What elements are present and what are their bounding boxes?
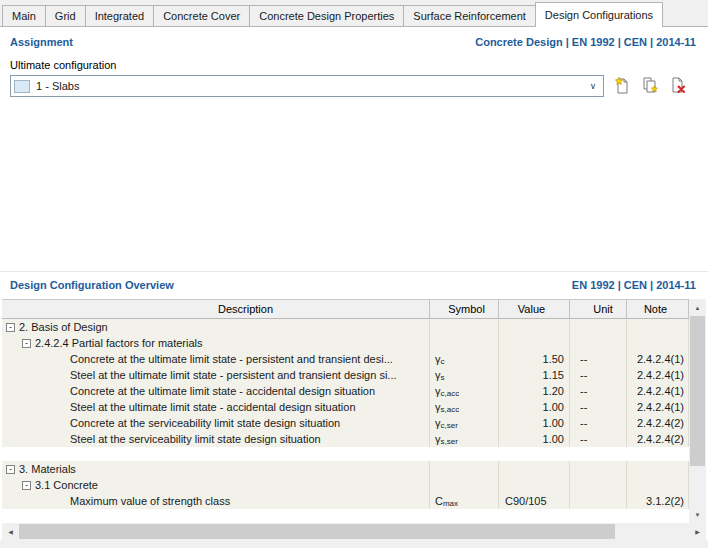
row-unit (570, 335, 627, 351)
row-description: Concrete at the ultimate limit state - a… (2, 383, 430, 399)
overview-standard: EN 1992 | CEN | 2014-11 (572, 279, 696, 291)
row-note: 2.4.2.4(1) (627, 399, 689, 415)
vertical-scrollbar[interactable]: ▲ ▼ (689, 299, 706, 523)
row-value (499, 335, 570, 351)
table-row[interactable]: Steel at the ultimate limit state - pers… (2, 367, 689, 383)
row-unit: -- (570, 415, 627, 431)
new-configuration-button[interactable] (611, 75, 633, 97)
row-note (627, 335, 689, 351)
row-symbol: γs (430, 367, 499, 383)
row-unit: -- (570, 367, 627, 383)
collapse-icon[interactable]: - (6, 465, 15, 474)
overview-title: Design Configuration Overview (10, 279, 174, 291)
tab-concrete-design-properties[interactable]: Concrete Design Properties (249, 5, 404, 26)
collapse-icon[interactable]: - (22, 481, 31, 490)
content-panel: Assignment Concrete Design | EN 1992 | C… (0, 27, 708, 540)
column-header-value: Value (499, 300, 570, 318)
row-description: Maximum value of strength class (2, 493, 430, 509)
horizontal-scroll-thumb[interactable] (19, 524, 615, 539)
row-note (627, 461, 689, 477)
table-row[interactable]: -2.4.2.4 Partial factors for materials (2, 335, 689, 351)
table-spacer-row (2, 447, 689, 461)
table-row[interactable]: Steel at the ultimate limit state - acci… (2, 399, 689, 415)
copy-configuration-button[interactable] (639, 75, 661, 97)
table-row[interactable]: Concrete at the serviceability limit sta… (2, 415, 689, 431)
row-symbol (430, 335, 499, 351)
row-value: 1.00 (499, 399, 570, 415)
row-description: Steel at the serviceability limit state … (2, 431, 430, 447)
table-row[interactable]: -3. Materials (2, 461, 689, 477)
horizontal-scrollbar[interactable]: ◀ ▶ (2, 523, 706, 540)
tab-grid[interactable]: Grid (45, 5, 86, 26)
collapse-icon[interactable]: - (22, 339, 31, 348)
row-value (499, 461, 570, 477)
row-value: 1.15 (499, 367, 570, 383)
row-value: 1.50 (499, 351, 570, 367)
row-note: 2.4.2.4(2) (627, 415, 689, 431)
table-row[interactable]: Maximum value of strength classCmaxC90/1… (2, 493, 689, 509)
row-note: 2.4.2.4(1) (627, 367, 689, 383)
row-description: Concrete at the serviceability limit sta… (2, 415, 430, 431)
chevron-down-icon[interactable]: ∨ (583, 81, 603, 91)
tab-design-configurations[interactable]: Design Configurations (535, 2, 663, 27)
row-unit: -- (570, 383, 627, 399)
tab-integrated[interactable]: Integrated (85, 5, 155, 26)
column-header-note: Note (627, 300, 689, 318)
row-symbol (430, 477, 499, 493)
table-row[interactable]: -2. Basis of Design (2, 319, 689, 335)
row-unit: -- (570, 351, 627, 367)
table-row[interactable]: Steel at the serviceability limit state … (2, 431, 689, 447)
tab-bar: MainGridIntegratedConcrete CoverConcrete… (0, 0, 708, 27)
column-header-symbol: Symbol (430, 300, 499, 318)
row-symbol: γs,ser (430, 431, 499, 447)
row-value (499, 477, 570, 493)
overview-table: DescriptionSymbolValueUnitNote -2. Basis… (2, 299, 706, 540)
row-symbol: γc,ser (430, 415, 499, 431)
ultimate-configuration-label: Ultimate configuration (10, 59, 116, 71)
row-value: 1.20 (499, 383, 570, 399)
tab-concrete-cover[interactable]: Concrete Cover (153, 5, 250, 26)
row-symbol: Cmax (430, 493, 499, 509)
row-note (627, 477, 689, 493)
delete-configuration-icon (669, 76, 687, 97)
row-value: C90/105 (499, 493, 570, 509)
row-note: 3.1.2(2) (627, 493, 689, 509)
column-header-unit: Unit (570, 300, 627, 318)
scroll-down-icon[interactable]: ▼ (689, 506, 706, 523)
row-description: Steel at the ultimate limit state - acci… (2, 399, 430, 415)
row-symbol: γc (430, 351, 499, 367)
delete-configuration-button[interactable] (667, 75, 689, 97)
row-unit (570, 319, 627, 335)
tab-surface-reinforcement[interactable]: Surface Reinforcement (403, 5, 536, 26)
column-header-description: Description (2, 300, 430, 318)
row-note: 2.4.2.4(1) (627, 383, 689, 399)
assignment-standard: Concrete Design | EN 1992 | CEN | 2014-1… (475, 36, 696, 48)
vertical-scroll-thumb[interactable] (690, 316, 705, 466)
copy-configuration-icon (641, 76, 659, 97)
table-body: -2. Basis of Design-2.4.2.4 Partial fact… (2, 319, 689, 523)
configuration-select[interactable]: 1 - Slabs ∨ (10, 75, 604, 97)
table-row[interactable]: Concrete at the ultimate limit state - p… (2, 351, 689, 367)
row-note: 2.4.2.4(1) (627, 351, 689, 367)
row-note (627, 319, 689, 335)
config-color-swatch (14, 80, 30, 93)
row-description: -3. Materials (2, 461, 430, 477)
tab-main[interactable]: Main (2, 5, 46, 26)
scroll-left-icon[interactable]: ◀ (2, 523, 19, 540)
row-symbol: γs,acc (430, 399, 499, 415)
row-unit: -- (570, 399, 627, 415)
table-row[interactable]: Concrete at the ultimate limit state - a… (2, 383, 689, 399)
section-divider (0, 271, 708, 272)
scroll-right-icon[interactable]: ▶ (689, 523, 706, 540)
row-description: -2. Basis of Design (2, 319, 430, 335)
table-header: DescriptionSymbolValueUnitNote (2, 299, 689, 319)
assignment-title: Assignment (10, 36, 73, 48)
collapse-icon[interactable]: - (6, 323, 15, 332)
row-description: Steel at the ultimate limit state - pers… (2, 367, 430, 383)
row-unit (570, 477, 627, 493)
scroll-up-icon[interactable]: ▲ (689, 299, 706, 316)
row-symbol (430, 461, 499, 477)
table-row[interactable]: -3.1 Concrete (2, 477, 689, 493)
row-value: 1.00 (499, 415, 570, 431)
row-unit (570, 461, 627, 477)
